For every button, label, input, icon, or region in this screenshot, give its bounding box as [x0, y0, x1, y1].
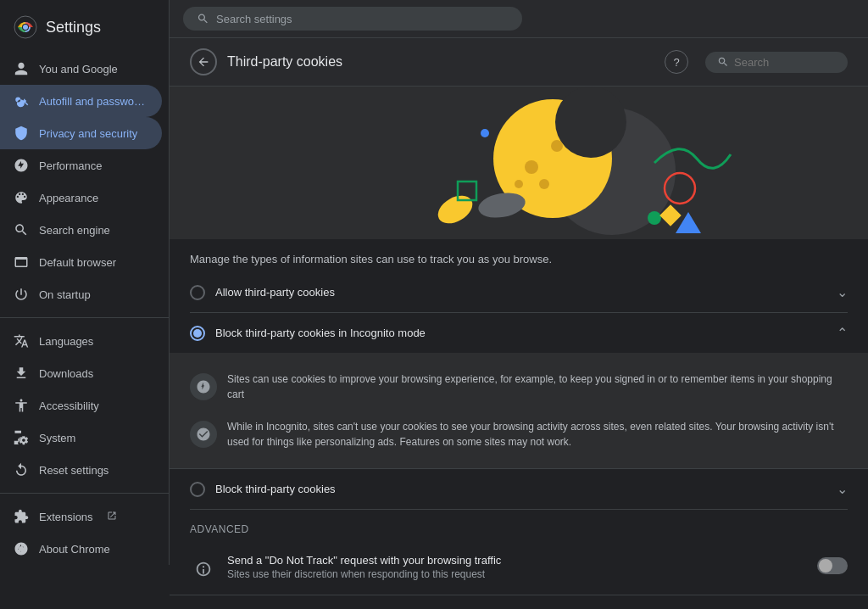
sidebar-item-appearance[interactable]: Appearance — [0, 182, 162, 214]
back-button[interactable] — [190, 48, 217, 75]
option-allow[interactable]: Allow third-party cookies ⌄ — [190, 272, 848, 313]
sidebar-item-performance[interactable]: Performance — [0, 149, 162, 182]
option-block[interactable]: Block third-party cookies ⌄ — [190, 469, 848, 510]
sidebar-item-label: About Chrome — [39, 543, 110, 556]
expanded-incognito-content: Sites can use cookies to improve your br… — [170, 353, 868, 469]
main-content: Third-party cookies ? — [170, 0, 868, 609]
palette-icon — [14, 190, 29, 205]
topbar-search-input[interactable] — [216, 13, 509, 25]
chrome-logo-icon — [14, 15, 37, 39]
svg-point-16 — [648, 211, 661, 225]
chevron-block-icon: ⌄ — [837, 481, 848, 497]
external-link-icon — [107, 511, 117, 523]
radio-block[interactable] — [190, 482, 205, 497]
option-allow-label: Allow third-party cookies — [215, 286, 826, 299]
svg-point-8 — [555, 87, 626, 158]
expanded-item-2: While in Incognito, sites can't use your… — [190, 411, 848, 458]
radio-incognito[interactable] — [190, 326, 205, 341]
sidebar-item-privacy[interactable]: Privacy and security — [0, 117, 162, 149]
header-search-container — [705, 52, 848, 73]
radio-allow[interactable] — [190, 285, 205, 300]
accessibility-icon — [14, 398, 29, 413]
sidebar-item-default-browser[interactable]: Default browser — [0, 246, 162, 278]
person-icon — [14, 61, 29, 76]
window-icon — [14, 254, 29, 270]
dnt-desc: Sites use their discretion when respondi… — [227, 568, 807, 580]
sidebar-item-label: Performance — [39, 159, 102, 172]
option-incognito[interactable]: Block third-party cookies in Incognito m… — [190, 313, 848, 353]
sidebar-item-label: On startup — [39, 288, 91, 301]
block-info-icon — [190, 421, 217, 448]
sidebar-item-label: Reset settings — [39, 464, 108, 477]
topbar — [170, 0, 868, 38]
sidebar-item-reset[interactable]: Reset settings — [0, 454, 162, 486]
sidebar-divider-2 — [0, 493, 169, 494]
sidebar-item-label: Appearance — [39, 192, 98, 204]
sidebar-item-label: Default browser — [39, 256, 116, 269]
option-block-label: Block third-party cookies — [215, 483, 826, 495]
dnt-toggle[interactable] — [817, 557, 848, 574]
dnt-title: Send a "Do Not Track" request with your … — [227, 554, 807, 567]
sidebar-item-startup[interactable]: On startup — [0, 278, 162, 310]
sidebar-item-system[interactable]: System — [0, 422, 162, 454]
sidebar-item-label: Accessibility — [39, 399, 99, 412]
content-area: Third-party cookies ? — [170, 38, 868, 609]
option-incognito-label: Block third-party cookies in Incognito m… — [215, 327, 826, 339]
sidebar-item-label: Autofill and passwords — [39, 95, 148, 108]
system-icon — [14, 430, 29, 445]
puzzle-icon — [14, 509, 29, 524]
dnt-icon — [190, 556, 217, 583]
svg-point-3 — [23, 25, 28, 30]
sidebar-item-about[interactable]: About Chrome — [0, 533, 162, 565]
sidebar-item-search[interactable]: Search engine — [0, 214, 162, 246]
dnt-row: Send a "Do Not Track" request with your … — [170, 542, 868, 595]
svg-point-12 — [551, 140, 563, 152]
translate-icon — [14, 333, 29, 349]
sidebar-item-languages[interactable]: Languages — [0, 325, 162, 357]
expanded-item-2-text: While in Incognito, sites can't use your… — [227, 419, 848, 450]
sidebar-divider — [0, 317, 169, 318]
topbar-search-container — [183, 7, 522, 31]
dnt-text: Send a "Do Not Track" request with your … — [227, 554, 807, 580]
option-block-section: Block third-party cookies ⌄ — [170, 469, 868, 510]
advanced-header: Advanced — [170, 510, 868, 542]
svg-point-10 — [539, 179, 549, 189]
help-label: ? — [673, 56, 679, 69]
sidebar-item-label: System — [39, 432, 75, 444]
sidebar-item-label: You and Google — [39, 63, 118, 75]
chrome-icon — [14, 541, 29, 556]
sidebar-item-label: Extensions — [39, 511, 93, 523]
page-description: Manage the types of information sites ca… — [190, 239, 848, 272]
sidebar-item-accessibility[interactable]: Accessibility — [0, 389, 162, 422]
sidebar-item-label: Languages — [39, 335, 93, 348]
sidebar-item-you-google[interactable]: You and Google — [0, 53, 162, 85]
cookie-banner — [170, 87, 868, 239]
reset-icon — [14, 462, 29, 478]
sidebar: Settings You and Google Autofill and pas… — [0, 0, 170, 609]
sidebar-item-label: Privacy and security — [39, 127, 137, 140]
sidebar-header: Settings — [0, 7, 169, 53]
sidebar-item-extensions[interactable]: Extensions — [0, 500, 162, 533]
sidebar-item-downloads[interactable]: Downloads — [0, 357, 162, 389]
svg-point-9 — [525, 160, 538, 174]
svg-point-19 — [481, 129, 489, 137]
app-title: Settings — [46, 19, 101, 36]
download-icon — [14, 366, 29, 381]
sidebar-item-label: Downloads — [39, 367, 93, 380]
expanded-item-1-text: Sites can use cookies to improve your br… — [227, 372, 848, 402]
sidebar-item-label: Search engine — [39, 224, 110, 237]
sidebar-item-autofill[interactable]: Autofill and passwords — [0, 85, 162, 117]
page-header: Third-party cookies ? — [170, 38, 868, 87]
option-incognito-section: Block third-party cookies in Incognito m… — [170, 313, 868, 353]
topbar-search-icon — [197, 12, 209, 25]
see-all-site-data-row[interactable]: See all site data and permissions › — [170, 595, 868, 609]
chevron-allow-icon: ⌄ — [837, 284, 848, 300]
chevron-incognito-icon: ⌃ — [837, 325, 848, 341]
help-button[interactable]: ? — [665, 50, 688, 74]
search-icon — [14, 222, 29, 237]
header-search-input[interactable] — [734, 56, 836, 69]
expanded-item-1: Sites can use cookies to improve your br… — [190, 363, 848, 411]
shield-icon — [14, 126, 29, 141]
power-icon — [14, 287, 29, 302]
page-title: Third-party cookies — [227, 54, 654, 70]
